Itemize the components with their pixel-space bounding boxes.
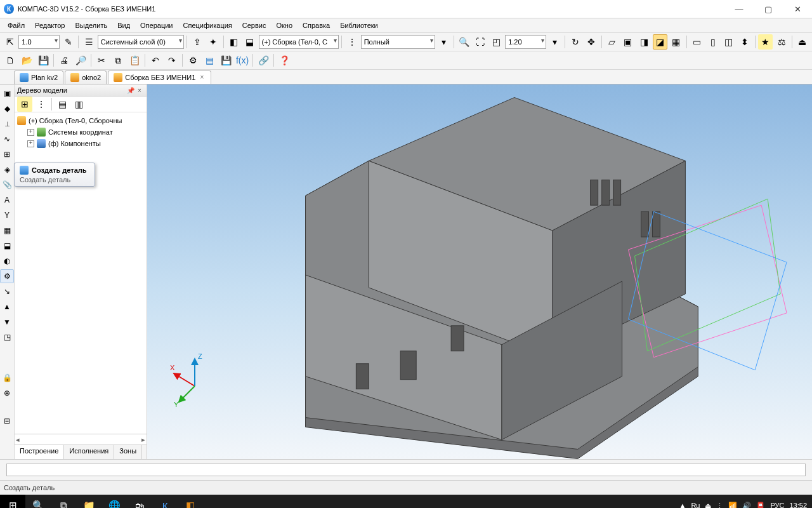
- tab-okno2[interactable]: okno2: [65, 70, 107, 84]
- maximize-button[interactable]: ▢: [754, 0, 783, 18]
- snap-icon[interactable]: ⇱: [3, 34, 17, 50]
- menu-window[interactable]: Окно: [271, 20, 298, 30]
- panel-close-icon[interactable]: ×: [135, 86, 144, 95]
- list-icon[interactable]: ⋮: [344, 34, 359, 50]
- dropdown-icon[interactable]: ▾: [436, 34, 451, 50]
- tool-d-icon[interactable]: ⬓: [242, 34, 257, 50]
- undo-icon[interactable]: ↶: [148, 53, 163, 68]
- tree-item-coord-systems[interactable]: + Системы координат: [16, 126, 145, 138]
- ttab-build[interactable]: Построение: [15, 445, 64, 459]
- orbit-icon[interactable]: ✥: [584, 34, 599, 50]
- model-tree[interactable]: (+) Сборка (Тел-0, Сборочны + Системы ко…: [15, 112, 147, 434]
- 3d-viewport[interactable]: X Z Y: [147, 84, 812, 459]
- view1-icon[interactable]: ▭: [690, 34, 704, 50]
- side-tool-16-icon[interactable]: ▼: [0, 315, 14, 329]
- pin-icon[interactable]: 📌: [126, 86, 135, 95]
- tree-tb-4-icon[interactable]: ▥: [71, 97, 86, 112]
- scale-combo[interactable]: 1.0: [18, 35, 60, 49]
- display-combo[interactable]: Полный: [361, 35, 435, 49]
- menu-help[interactable]: Справка: [298, 20, 335, 30]
- tree-item-components[interactable]: + (ф) Компоненты: [16, 138, 145, 149]
- tray-keyboard-lang[interactable]: РУС: [770, 502, 784, 508]
- store-icon[interactable]: 🛍: [127, 495, 152, 508]
- wire-icon[interactable]: ▱: [605, 34, 619, 50]
- taskview-icon[interactable]: ⧉: [51, 495, 76, 508]
- side-tool-18-icon[interactable]: 🔒: [0, 371, 14, 385]
- tool-c-icon[interactable]: ◧: [226, 34, 241, 50]
- menu-select[interactable]: Выделить: [70, 20, 112, 30]
- print-icon[interactable]: 🖨: [56, 53, 72, 68]
- side-tool-14-icon[interactable]: ↘: [0, 284, 14, 298]
- side-tool-10-icon[interactable]: ▦: [0, 224, 14, 237]
- side-tool-6-icon[interactable]: ◈: [0, 163, 14, 177]
- close-tab-icon[interactable]: ×: [198, 74, 206, 81]
- hlr-icon[interactable]: ▣: [620, 34, 635, 50]
- side-tool-15-icon[interactable]: ▲: [0, 300, 14, 314]
- rotate-icon[interactable]: ↻: [568, 34, 582, 50]
- tray-clock[interactable]: 13:52: [789, 502, 807, 508]
- tree-root[interactable]: (+) Сборка (Тел-0, Сборочны: [16, 115, 145, 126]
- side-tool-9-icon[interactable]: Y: [0, 208, 14, 222]
- shaded-icon[interactable]: ◨: [637, 34, 652, 50]
- system-tray[interactable]: ▲ Ru ⏏ ⋮ 📶 🔊 📮 РУС 13:52: [674, 502, 812, 509]
- menu-service[interactable]: Сервис: [237, 20, 272, 30]
- tree-tb-3-icon[interactable]: ▤: [55, 97, 70, 112]
- tool-a-icon[interactable]: ⇪: [190, 34, 204, 50]
- mass-icon[interactable]: ⚖: [774, 34, 789, 50]
- menu-operations[interactable]: Операции: [135, 20, 178, 30]
- menu-view[interactable]: Вид: [112, 20, 135, 30]
- explorer-icon[interactable]: 📁: [76, 495, 102, 508]
- side-tool-4-icon[interactable]: ∿: [0, 132, 14, 146]
- tray-network-icon[interactable]: 📶: [728, 502, 737, 509]
- copy-icon[interactable]: ⧉: [110, 53, 126, 68]
- tree-tb-1-icon[interactable]: ⊞: [17, 97, 32, 112]
- save-icon[interactable]: 💾: [36, 53, 51, 68]
- zoom-in-icon[interactable]: 🔍: [457, 34, 471, 50]
- side-tool-12-icon[interactable]: ◐: [0, 254, 14, 268]
- menu-libraries[interactable]: Библиотеки: [335, 20, 383, 30]
- tray-up-icon[interactable]: ▲: [679, 502, 686, 508]
- highlight-icon[interactable]: ★: [758, 34, 773, 50]
- tool-b-icon[interactable]: ✦: [206, 34, 221, 50]
- side-tool-8-icon[interactable]: A: [0, 193, 14, 207]
- side-tool-3-icon[interactable]: ⟂: [0, 117, 14, 131]
- view2-icon[interactable]: ▯: [705, 34, 720, 50]
- side-tool-20-icon[interactable]: ⊟: [0, 414, 14, 428]
- tab-assembly-unnamed[interactable]: Сборка БЕЗ ИМЕНИ1 ×: [108, 70, 211, 84]
- redo-icon[interactable]: ↷: [164, 53, 180, 68]
- expand-icon[interactable]: +: [27, 140, 34, 147]
- shaded-edges-icon[interactable]: ◪: [653, 34, 667, 50]
- save-all-icon[interactable]: 💾: [218, 53, 233, 68]
- side-tool-2-icon[interactable]: ◆: [0, 102, 14, 116]
- tree-tb-2-icon[interactable]: ⋮: [34, 97, 49, 112]
- expand-icon[interactable]: +: [27, 129, 34, 136]
- ttab-zones[interactable]: Зоны: [114, 445, 142, 459]
- ttab-variants[interactable]: Исполнения: [64, 445, 114, 459]
- view4-icon[interactable]: ⬍: [738, 34, 752, 50]
- kompas-taskbar-icon[interactable]: К: [152, 495, 178, 508]
- menu-file[interactable]: Файл: [3, 20, 30, 30]
- side-tool-19-icon[interactable]: ⊕: [0, 386, 14, 400]
- layer-icon[interactable]: ✎: [61, 34, 75, 50]
- close-button[interactable]: ✕: [783, 0, 812, 18]
- start-button[interactable]: ⊞: [0, 495, 25, 508]
- props-icon[interactable]: ⚙: [185, 53, 200, 68]
- exit-icon[interactable]: ⏏: [795, 34, 809, 50]
- zoom-fit-icon[interactable]: ⛶: [473, 34, 487, 50]
- side-tool-7-icon[interactable]: 📎: [0, 178, 14, 192]
- cut-icon[interactable]: ✂: [94, 53, 109, 68]
- search-icon[interactable]: 🔍: [25, 495, 51, 508]
- layer-combo[interactable]: Системный слой (0): [98, 35, 184, 49]
- link-icon[interactable]: 🔗: [256, 53, 271, 68]
- new-icon[interactable]: 🗋: [3, 53, 18, 68]
- side-tool-5-icon[interactable]: ⊞: [0, 147, 14, 161]
- tray-action-icon[interactable]: 📮: [756, 502, 765, 509]
- help-icon[interactable]: ❓: [277, 53, 292, 68]
- spec-icon[interactable]: ▤: [202, 53, 217, 68]
- minimize-button[interactable]: —: [724, 0, 754, 18]
- tab-plan-kv2[interactable]: Plan kv2: [14, 70, 63, 84]
- assembly-combo[interactable]: (+) Сборка (Тел-0, С: [259, 35, 339, 49]
- tray-more-icon[interactable]: ⋮: [716, 502, 723, 509]
- edge-icon[interactable]: 🌐: [102, 495, 127, 508]
- menu-editor[interactable]: Редактор: [30, 20, 70, 30]
